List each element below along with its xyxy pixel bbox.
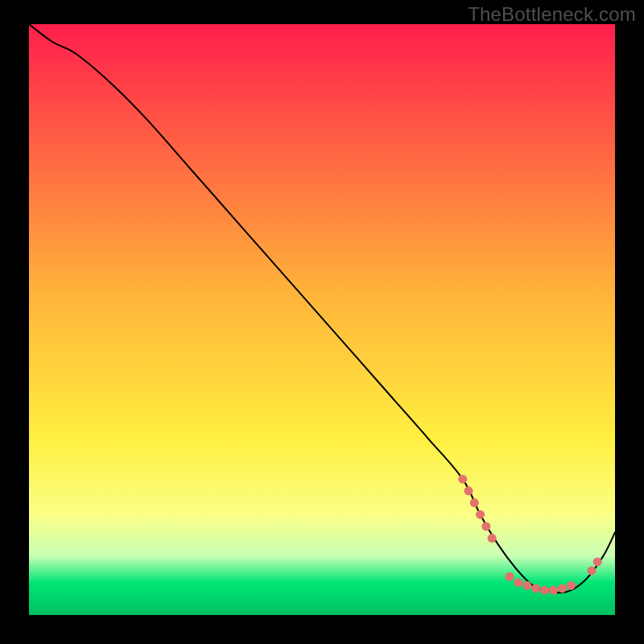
watermark-text: TheBottleneck.com bbox=[468, 3, 636, 26]
chart-container: TheBottleneck.com bbox=[0, 0, 644, 644]
data-marker bbox=[464, 486, 473, 495]
data-marker bbox=[531, 584, 540, 592]
data-marker bbox=[549, 586, 558, 595]
gradient-background bbox=[29, 24, 615, 615]
data-marker bbox=[540, 586, 549, 595]
data-marker bbox=[558, 584, 567, 592]
data-marker bbox=[476, 510, 485, 519]
data-marker bbox=[522, 581, 531, 590]
data-marker bbox=[458, 475, 467, 484]
data-marker bbox=[587, 566, 596, 575]
plot-area bbox=[29, 24, 615, 615]
plot-svg bbox=[29, 24, 615, 615]
data-marker bbox=[481, 522, 490, 530]
data-marker bbox=[567, 581, 576, 590]
data-marker bbox=[488, 534, 497, 543]
data-marker bbox=[470, 498, 479, 507]
data-marker bbox=[593, 557, 602, 566]
data-marker bbox=[514, 578, 522, 587]
data-marker bbox=[505, 572, 514, 581]
